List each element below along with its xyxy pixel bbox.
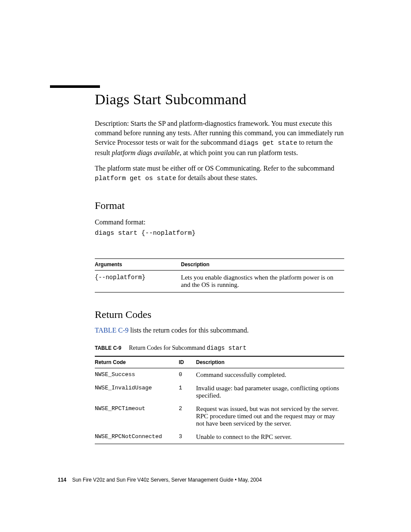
arg-desc-cell: Lets you enable diagnostics when the pla… (181, 270, 344, 292)
desc2-text-b: for details about these states. (176, 174, 257, 181)
footer-text: Sun Fire V20z and Sun Fire V40z Servers,… (72, 477, 262, 483)
rc-header-id: ID (179, 356, 196, 368)
table-row: {--noplatform} Lets you enable diagnosti… (95, 270, 344, 292)
desc2-cmd: platform get os state (95, 175, 176, 182)
rc-desc: Invalid usage: bad parameter usage, conf… (196, 382, 344, 402)
rc-id: 1 (179, 382, 196, 402)
table-link[interactable]: TABLE C-9 (95, 327, 128, 334)
args-header-description: Description (181, 258, 344, 270)
description-paragraph-2: The platform state must be either off or… (95, 164, 344, 184)
return-codes-heading: Return Codes (95, 309, 344, 320)
return-codes-intro-rest: lists the return codes for this subcomma… (128, 327, 249, 334)
rc-code: NWSE_RPCTimeout (95, 402, 179, 430)
desc1-cmd: diags get state (239, 140, 297, 147)
rc-id: 0 (179, 368, 196, 382)
args-header-arguments: Arguments (95, 258, 181, 270)
rc-code: NWSE_InvalidUsage (95, 382, 179, 402)
page-content: Diags Start Subcommand Description: Star… (0, 0, 411, 532)
table-row: NWSE_RPCNotConnected 3 Unable to connect… (95, 430, 344, 444)
format-label: Command format: (95, 218, 344, 227)
rc-code: NWSE_RPCNotConnected (95, 430, 179, 444)
page-title: Diags Start Subcommand (95, 91, 344, 108)
page-number: 114 (58, 477, 66, 483)
format-heading: Format (95, 200, 344, 212)
rc-header-code: Return Code (95, 356, 179, 368)
rc-code: NWSE_Success (95, 368, 179, 382)
page-footer: 114 Sun Fire V20z and Sun Fire V40z Serv… (58, 477, 262, 483)
arguments-table: Arguments Description {--noplatform} Let… (95, 258, 344, 292)
arg-cell: {--noplatform} (95, 270, 181, 292)
caption-label: TABLE C-9 (95, 345, 121, 351)
description-paragraph-1: Description: Starts the SP and platform-… (95, 119, 344, 158)
caption-text: Return Codes for Subcommand (129, 345, 206, 351)
rc-id: 3 (179, 430, 196, 444)
return-codes-table: Return Code ID Description NWSE_Success … (95, 356, 344, 444)
table-row: NWSE_RPCTimeout 2 Request was issued, bu… (95, 402, 344, 430)
rc-desc: Unable to connect to the RPC server. (196, 430, 344, 444)
desc1-ital: platform diags available, (112, 149, 181, 156)
table-caption: TABLE C-9 Return Codes for Subcommand di… (95, 345, 344, 352)
caption-cmd: diags start (207, 345, 246, 352)
table-row: NWSE_Success 0 Command successfully comp… (95, 368, 344, 382)
desc2-text-a: The platform state must be either off or… (95, 165, 334, 172)
return-codes-intro: TABLE C-9 lists the return codes for thi… (95, 327, 344, 334)
rc-desc: Request was issued, but was not serviced… (196, 402, 344, 430)
format-command: diags start {--noplatform} (95, 230, 344, 237)
rc-desc: Command successfully completed. (196, 368, 344, 382)
table-row: NWSE_InvalidUsage 1 Invalid usage: bad p… (95, 382, 344, 402)
desc1-text-c: at which point you can run platform test… (181, 149, 298, 156)
rc-header-desc: Description (196, 356, 344, 368)
rc-id: 2 (179, 402, 196, 430)
